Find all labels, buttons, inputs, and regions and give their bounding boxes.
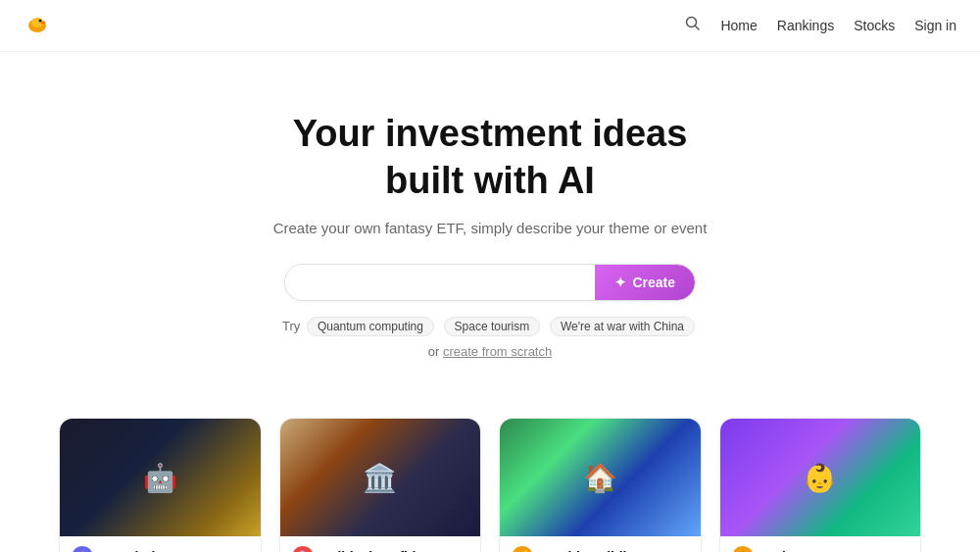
nav-home[interactable]: Home [720,18,757,33]
create-scratch-row: or create from scratch [20,344,960,359]
create-button[interactable]: ✦ Create [595,265,695,300]
card-row1-1[interactable]: 🏛️🏛️Political Profiting"I'm an Master in… [279,418,482,552]
svg-line-5 [696,26,700,30]
card-image: 👶 [720,419,921,536]
card-icon: 💰 [512,546,533,552]
try-row: Try Quantum computing Space tourism We'r… [20,317,960,336]
sparkle-icon: ✦ [614,275,626,290]
card-icon: 🏛️ [292,546,314,552]
create-from-scratch-link[interactable]: create from scratch [443,344,552,359]
svg-point-2 [39,20,42,23]
card-image: 🏠 [500,419,701,536]
card-icon: 🤖 [72,546,93,552]
logo[interactable] [24,10,51,41]
cards-row-1: 🤖🤖AI-Volutionary..."incoming of AI"0%·15… [59,418,921,552]
pill-space[interactable]: Space tourism [444,317,541,336]
search-input[interactable] [285,265,595,300]
nav-stocks[interactable]: Stocks [854,18,895,33]
search-icon[interactable] [685,16,701,35]
navbar: Home Rankings Stocks Sign in [0,0,980,52]
card-image: 🤖 [60,419,261,536]
hero-title: Your investment ideas built with AI [20,111,960,204]
card-row1-0[interactable]: 🤖🤖AI-Volutionary..."incoming of AI"0%·15… [59,418,262,552]
cards-section: 🤖🤖AI-Volutionary..."incoming of AI"0%·15… [0,398,980,552]
card-row1-2[interactable]: 🏠💰Wealth Building..."with a one time 6k … [499,418,702,552]
pill-war[interactable]: We're at war with China [550,317,695,336]
hero-subtitle: Create your own fantasy ETF, simply desc… [20,220,960,236]
svg-point-3 [41,22,46,24]
card-icon: 💼 [732,546,754,552]
nav-links: Home Rankings Stocks Sign in [685,16,956,35]
nav-signin[interactable]: Sign in [914,18,956,33]
hero-section: Your investment ideas built with AI Crea… [0,52,980,398]
card-row1-3[interactable]: 👶💼Retirement Investm..."my child is 17. … [719,418,922,552]
search-bar: ✦ Create [284,264,696,301]
try-label: Try [282,319,300,333]
card-image: 🏛️ [280,419,481,536]
pill-quantum[interactable]: Quantum computing [307,317,434,336]
nav-rankings[interactable]: Rankings [777,18,834,33]
